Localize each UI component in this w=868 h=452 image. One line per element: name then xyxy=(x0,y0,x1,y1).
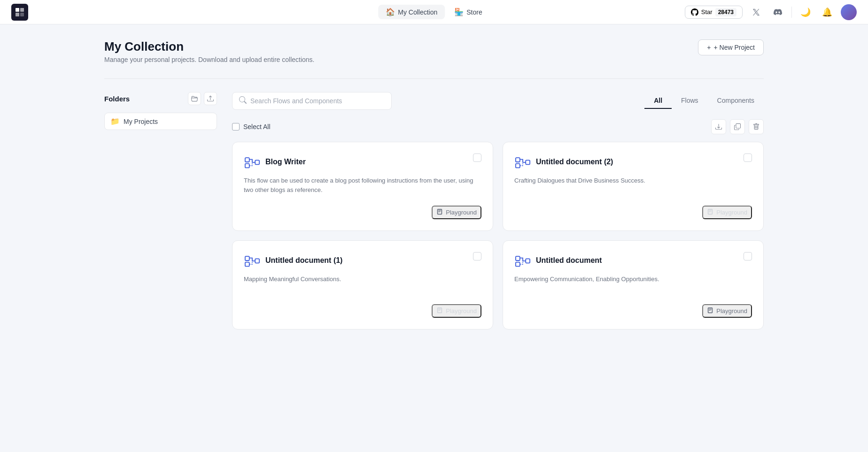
card-untitled-desc: Empowering Communication, Enabling Oppor… xyxy=(514,275,752,297)
card-blog-writer-desc: This flow can be used to create a blog p… xyxy=(244,176,481,198)
playground-label: Playground xyxy=(446,307,477,314)
app-logo[interactable] xyxy=(11,4,28,21)
store-icon: 🏪 xyxy=(454,8,464,16)
card-untitled-1-footer: Playground xyxy=(244,304,481,318)
tab-components[interactable]: Components xyxy=(708,93,764,109)
dark-mode-button[interactable]: 🌙 xyxy=(798,4,814,20)
tab-group: All Flows Components xyxy=(644,93,764,109)
notifications-button[interactable]: 🔔 xyxy=(819,4,835,20)
folder-label: My Projects xyxy=(124,118,158,125)
header-divider xyxy=(791,7,792,18)
avatar[interactable] xyxy=(841,4,857,20)
download-selected-button[interactable] xyxy=(711,119,726,134)
header: 🏠 My Collection 🏪 Store Star 28473 xyxy=(0,0,868,24)
svg-rect-3 xyxy=(20,13,24,16)
svg-rect-5 xyxy=(245,164,249,168)
body-layout: Folders 📁 xyxy=(104,92,764,329)
card-blog-writer-header: Blog Writer xyxy=(244,153,481,170)
svg-rect-15 xyxy=(526,259,530,263)
card-title-row: Untitled document xyxy=(514,252,602,269)
select-all-checkbox[interactable] xyxy=(232,123,240,130)
card-untitled-2-checkbox[interactable] xyxy=(744,153,752,162)
svg-rect-0 xyxy=(16,8,19,12)
nav-store-label: Store xyxy=(466,8,482,16)
card-untitled-playground[interactable]: Playground xyxy=(702,304,752,318)
header-nav: 🏠 My Collection 🏪 Store xyxy=(378,5,490,19)
discord-icon xyxy=(774,9,782,15)
nav-my-collection[interactable]: 🏠 My Collection xyxy=(378,5,445,19)
tab-flows[interactable]: Flows xyxy=(672,93,708,109)
home-icon: 🏠 xyxy=(386,8,395,16)
header-right: Star 28473 🌙 🔔 xyxy=(685,4,857,20)
card-untitled-1-title: Untitled document (1) xyxy=(265,256,342,265)
playground-label: Playground xyxy=(446,209,477,216)
playground-label: Playground xyxy=(716,307,747,314)
svg-rect-13 xyxy=(516,256,520,260)
sidebar-actions xyxy=(188,92,217,105)
card-blog-writer[interactable]: Blog Writer This flow can be used to cre… xyxy=(232,142,493,231)
upload-folder-button[interactable] xyxy=(204,92,217,105)
header-left xyxy=(11,4,28,21)
delete-selected-button[interactable] xyxy=(749,119,764,134)
add-folder-icon xyxy=(191,95,198,102)
card-untitled-1[interactable]: Untitled document (1) Mapping Meaningful… xyxy=(232,240,493,329)
trash-icon xyxy=(753,123,760,130)
new-project-label: + New Project xyxy=(713,44,755,51)
card-untitled-2-header: Untitled document (2) xyxy=(514,153,752,170)
flow-icon xyxy=(244,153,261,170)
new-project-button[interactable]: + + New Project xyxy=(698,39,764,55)
card-untitled-1-checkbox[interactable] xyxy=(473,252,481,260)
svg-rect-6 xyxy=(255,160,259,164)
flow-icon xyxy=(244,252,261,269)
page-header: My Collection Manage your personal proje… xyxy=(104,39,764,63)
sidebar: Folders 📁 xyxy=(104,92,217,329)
discord-button[interactable] xyxy=(770,4,786,20)
card-untitled-2-footer: Playground xyxy=(514,206,752,219)
select-all-label: Select All xyxy=(243,123,271,130)
card-blog-writer-checkbox[interactable] xyxy=(473,153,481,162)
folder-my-projects[interactable]: 📁 My Projects xyxy=(104,113,217,130)
card-blog-writer-footer: Playground xyxy=(244,206,481,219)
card-untitled-1-desc: Mapping Meaningful Conversations. xyxy=(244,275,481,297)
search-icon xyxy=(239,96,247,106)
svg-rect-8 xyxy=(516,164,520,168)
nav-store[interactable]: 🏪 Store xyxy=(447,5,489,19)
card-title-row: Blog Writer xyxy=(244,153,306,170)
card-untitled-2-playground[interactable]: Playground xyxy=(702,206,752,219)
x-twitter-button[interactable] xyxy=(748,4,764,20)
tab-all[interactable]: All xyxy=(644,93,672,109)
x-twitter-icon xyxy=(752,8,760,16)
card-untitled-1-playground[interactable]: Playground xyxy=(432,304,481,318)
cards-grid: Blog Writer This flow can be used to cre… xyxy=(232,142,764,329)
search-input[interactable] xyxy=(250,97,385,105)
copy-icon xyxy=(734,123,741,130)
svg-rect-14 xyxy=(516,262,520,267)
sidebar-header: Folders xyxy=(104,92,217,105)
playground-icon xyxy=(436,208,443,216)
search-bar[interactable] xyxy=(232,92,392,110)
card-blog-writer-playground[interactable]: Playground xyxy=(432,206,481,219)
svg-rect-9 xyxy=(526,160,530,164)
svg-rect-10 xyxy=(245,256,249,260)
flow-icon xyxy=(514,153,531,170)
card-untitled-2[interactable]: Untitled document (2) Crafting Dialogues… xyxy=(503,142,764,231)
card-untitled-checkbox[interactable] xyxy=(744,252,752,260)
plus-icon: + xyxy=(707,44,711,51)
github-star-button[interactable]: Star 28473 xyxy=(685,6,743,19)
download-icon xyxy=(715,123,722,130)
playground-icon xyxy=(707,307,713,315)
github-icon xyxy=(691,8,698,16)
playground-label: Playground xyxy=(716,209,747,216)
page-subtitle: Manage your personal projects. Download … xyxy=(104,56,315,63)
card-untitled[interactable]: Untitled document Empowering Communicati… xyxy=(503,240,764,329)
add-folder-button[interactable] xyxy=(188,92,201,105)
bulk-actions xyxy=(711,119,764,134)
svg-rect-1 xyxy=(20,8,24,12)
svg-rect-7 xyxy=(516,158,520,162)
select-all[interactable]: Select All xyxy=(232,123,271,130)
card-untitled-1-header: Untitled document (1) xyxy=(244,252,481,269)
duplicate-selected-button[interactable] xyxy=(730,119,745,134)
card-blog-writer-title: Blog Writer xyxy=(265,158,306,166)
svg-rect-12 xyxy=(255,259,259,263)
content-section: All Flows Components Select All xyxy=(232,92,764,329)
